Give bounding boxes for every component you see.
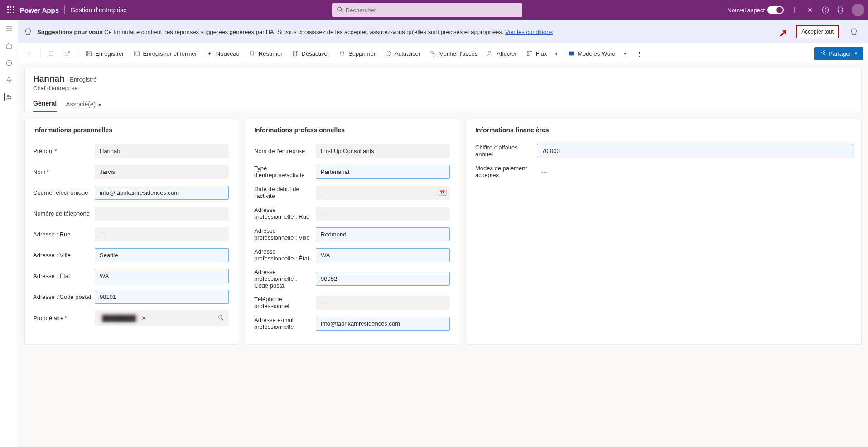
- svg-point-13: [809, 9, 811, 11]
- new-button[interactable]: ＋Nouveau: [203, 47, 243, 60]
- section-financial: Informations financières Chiffre d'affai…: [467, 119, 862, 345]
- label-company: Nom de l'entreprise: [254, 148, 316, 154]
- input-payment[interactable]: ---: [537, 165, 853, 178]
- label-bphone: Téléphone professionnel: [254, 296, 316, 309]
- input-revenue[interactable]: 70 000: [537, 144, 853, 158]
- avatar[interactable]: [852, 4, 864, 16]
- svg-rect-22: [49, 51, 53, 56]
- more-icon: ⋮: [637, 50, 642, 57]
- save-close-icon: [133, 50, 140, 57]
- recent-icon[interactable]: [5, 59, 13, 67]
- hamburger-icon[interactable]: [5, 24, 13, 33]
- remove-owner-icon[interactable]: ✕: [141, 315, 146, 322]
- new-look-toggle[interactable]: Nouvel aspect: [728, 6, 784, 14]
- label-street: Adresse : Rue: [33, 231, 95, 238]
- input-startdate[interactable]: ---📅: [316, 186, 450, 200]
- help-icon[interactable]: [821, 5, 830, 14]
- input-lastname[interactable]: Jarvis: [95, 165, 229, 179]
- form-selector-button[interactable]: [44, 47, 58, 60]
- key-icon: [429, 50, 437, 57]
- calendar-icon[interactable]: 📅: [438, 189, 447, 196]
- toggle-switch[interactable]: [767, 6, 784, 14]
- tab-general[interactable]: Général: [33, 100, 57, 112]
- app-launcher-icon[interactable]: [4, 3, 18, 17]
- plus-icon[interactable]: [790, 5, 799, 14]
- input-bzip[interactable]: 98052: [316, 272, 450, 286]
- svg-rect-4: [10, 9, 11, 10]
- svg-line-10: [341, 10, 342, 12]
- people-icon[interactable]: [4, 93, 12, 101]
- summarize-button[interactable]: Résumer: [245, 47, 286, 60]
- record-tabs: Général Associé(e) ▼: [33, 100, 853, 112]
- input-state[interactable]: WA: [95, 269, 229, 283]
- input-phone[interactable]: ---: [95, 207, 229, 221]
- check-access-button[interactable]: Vérifier l'accès: [426, 47, 481, 60]
- label-bstreet: Adresse professionnelle : Rue: [254, 207, 316, 220]
- delete-button[interactable]: Supprimer: [335, 47, 379, 60]
- trash-icon: [338, 50, 346, 57]
- input-biztype[interactable]: Partenariat: [316, 165, 450, 179]
- search-icon[interactable]: [217, 314, 224, 322]
- ai-suggestion-bar: Suggestions pour vous Ce formulaire cont…: [18, 20, 868, 43]
- input-bcity[interactable]: Redmond: [316, 227, 450, 241]
- svg-rect-3: [7, 9, 9, 10]
- input-street[interactable]: ---: [95, 227, 229, 241]
- copilot-icon[interactable]: [836, 5, 845, 14]
- gear-icon[interactable]: [805, 5, 815, 14]
- chevron-down-icon: ▼: [97, 102, 102, 107]
- open-new-window-button[interactable]: [60, 47, 75, 60]
- share-label: Partager: [829, 50, 851, 57]
- assign-icon: [487, 50, 494, 57]
- share-button[interactable]: Partager▼: [814, 47, 863, 60]
- label-phone: Numéro de téléphone: [33, 210, 95, 217]
- record-header: Hannah - Enregistré Chef d'entreprise Gé…: [24, 67, 862, 112]
- deactivate-button[interactable]: Désactiver: [288, 47, 333, 60]
- summarize-label: Résumer: [259, 50, 283, 57]
- search-box[interactable]: [332, 3, 522, 17]
- left-nav-rail: [0, 20, 18, 447]
- accept-all-button[interactable]: Accepter tout: [796, 25, 839, 38]
- input-company[interactable]: First Up Consultants: [316, 144, 450, 158]
- plus-icon: ＋: [206, 50, 213, 57]
- assign-button[interactable]: Affecter: [483, 47, 521, 60]
- separator: [78, 49, 78, 58]
- deactivate-icon: [292, 50, 299, 57]
- environment-name[interactable]: Gestion d'entreprise: [70, 6, 127, 14]
- input-bphone[interactable]: ---: [316, 296, 450, 310]
- svg-rect-1: [10, 6, 11, 8]
- back-button[interactable]: ←: [23, 47, 37, 60]
- label-city: Adresse : Ville: [33, 252, 95, 259]
- word-templates-button[interactable]: Modèles Word▼: [564, 47, 631, 60]
- deactivate-label: Désactiver: [302, 50, 329, 57]
- tab-related[interactable]: Associé(e) ▼: [66, 101, 102, 111]
- refresh-button[interactable]: Actualiser: [381, 47, 424, 60]
- home-icon[interactable]: [5, 42, 13, 50]
- flow-icon: [526, 50, 533, 57]
- overflow-button[interactable]: ⋮: [633, 48, 646, 60]
- svg-rect-8: [13, 12, 14, 13]
- flow-button[interactable]: Flux▼: [522, 47, 562, 60]
- save-button[interactable]: Enregistrer: [82, 47, 128, 60]
- refresh-label: Actualiser: [395, 50, 420, 57]
- suggestion-terms-link[interactable]: Voir les conditions: [505, 29, 553, 35]
- copilot-panel-icon[interactable]: [847, 24, 862, 39]
- input-bstate[interactable]: WA: [316, 248, 450, 262]
- search-input[interactable]: [346, 7, 518, 14]
- input-bstreet[interactable]: ---: [316, 207, 450, 221]
- command-bar-container: ← Enregistrer Enregistrer et fermer ＋Nou…: [18, 43, 868, 63]
- input-email[interactable]: info@fabrikamresidences.com: [95, 186, 229, 200]
- svg-rect-6: [7, 12, 9, 13]
- save-close-button[interactable]: Enregistrer et fermer: [130, 47, 201, 60]
- save-icon: [85, 50, 92, 57]
- input-city[interactable]: Seattle: [95, 248, 229, 262]
- input-bemail[interactable]: info@fabrikamresidences.com: [316, 317, 450, 331]
- label-startdate: Date de début de l'activité: [254, 186, 316, 199]
- svg-point-21: [10, 96, 11, 97]
- input-zip[interactable]: 98101: [95, 290, 229, 304]
- input-firstname[interactable]: Hannah: [95, 144, 229, 158]
- svg-rect-0: [7, 6, 9, 8]
- label-bzip: Adresse professionnelle : Code postal: [254, 269, 316, 289]
- input-owner[interactable]: ████████✕: [95, 310, 229, 326]
- tab-related-label: Associé(e): [66, 101, 96, 108]
- pin-icon[interactable]: [5, 76, 13, 84]
